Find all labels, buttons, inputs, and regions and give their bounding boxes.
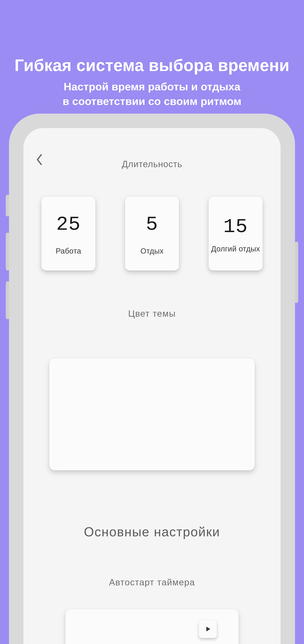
promo-subtitle-line2: в соответствии со своим ритмом xyxy=(63,95,242,107)
phone-frame-outer: Длительность 25 Работа 5 Отдых 15 Долгий… xyxy=(9,114,295,644)
play-icon xyxy=(204,626,211,633)
duration-value-work: 25 xyxy=(56,213,81,236)
toggle-knob[interactable] xyxy=(199,620,217,638)
theme-color-picker[interactable] xyxy=(49,358,255,470)
duration-label-rest: Отдых xyxy=(141,246,164,256)
back-icon[interactable] xyxy=(34,154,45,165)
theme-color-label: Цвет темы xyxy=(23,308,281,319)
header-title: Длительность xyxy=(122,159,182,169)
main-settings-title: Основные настройки xyxy=(23,524,281,539)
duration-card-long-rest[interactable]: 15 Долгий отдых xyxy=(209,196,263,270)
autostart-toggle-card[interactable] xyxy=(66,609,238,644)
autostart-timer-label: Автостарт таймера xyxy=(23,577,281,588)
svg-marker-0 xyxy=(206,627,210,632)
promo-title: Гибкая система выбора времени xyxy=(0,56,304,75)
duration-value-rest: 5 xyxy=(146,213,158,236)
phone-screen: Длительность 25 Работа 5 Отдых 15 Долгий… xyxy=(23,128,281,644)
promo-subtitle-line1: Настрой время работы и отдыха xyxy=(64,80,240,93)
duration-card-work[interactable]: 25 Работа xyxy=(41,196,95,270)
promo-subtitle: Настрой время работы и отдыха в соответс… xyxy=(0,79,304,108)
duration-label-long-rest: Долгий отдых xyxy=(211,244,260,254)
app-header: Длительность xyxy=(23,128,281,175)
duration-card-rest[interactable]: 5 Отдых xyxy=(125,196,179,270)
duration-label-work: Работа xyxy=(56,246,81,256)
duration-value-long-rest: 15 xyxy=(223,216,248,238)
duration-cards-row: 25 Работа 5 Отдых 15 Долгий отдых xyxy=(23,196,281,270)
